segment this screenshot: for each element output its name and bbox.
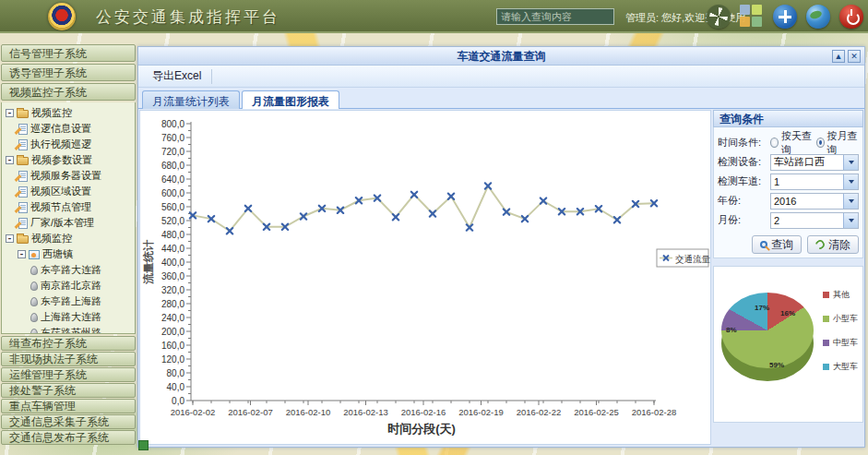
- svg-text:520,0: 520,0: [161, 216, 184, 226]
- radio-label: 按天查询: [781, 129, 813, 157]
- pie-value-label: 16%: [780, 309, 795, 317]
- tree-item[interactable]: -西塘镇: [2, 246, 135, 262]
- tree-item[interactable]: 视频服务器设置: [2, 168, 135, 184]
- svg-text:560,0: 560,0: [161, 202, 184, 212]
- add-icon[interactable]: [773, 5, 797, 29]
- time-condition-label: 时间条件:: [718, 136, 770, 150]
- tree-item[interactable]: -视频监控: [2, 231, 135, 246]
- node-icon: [30, 297, 38, 306]
- export-excel-button[interactable]: 导出Excel: [144, 66, 209, 87]
- radio-by-day[interactable]: [770, 138, 779, 148]
- svg-text:交通流量: 交通流量: [675, 254, 710, 264]
- svg-text:360,0: 360,0: [161, 271, 184, 281]
- legend-swatch: [823, 340, 829, 346]
- pie-legend: 其他小型车中型车大型车: [823, 289, 858, 373]
- svg-text:680,0: 680,0: [161, 161, 184, 171]
- tree-item[interactable]: 视频节点管理: [2, 199, 135, 215]
- field-select-2[interactable]: 2016: [770, 193, 859, 210]
- chevron-down-icon[interactable]: [843, 194, 858, 209]
- tree-item[interactable]: -视频参数设置: [2, 152, 135, 168]
- legend-swatch: [823, 316, 829, 322]
- power-icon[interactable]: [839, 5, 863, 29]
- tree-item[interactable]: 东茳路苏州路: [2, 325, 135, 334]
- sidebar-item-bottom-5[interactable]: 交通信息采集子系统: [1, 414, 136, 429]
- field-select-3[interactable]: 2: [770, 212, 859, 229]
- collapse-expander-icon[interactable]: -: [6, 156, 14, 164]
- global-search-input[interactable]: [496, 8, 614, 25]
- query-button[interactable]: 查询: [752, 235, 802, 254]
- svg-text:0,0: 0,0: [172, 396, 184, 406]
- collapse-expander-icon[interactable]: -: [6, 109, 14, 117]
- tree-item[interactable]: 东亭路上海路: [2, 293, 135, 309]
- radio-by-month[interactable]: [816, 138, 825, 148]
- tree-item[interactable]: 视频区域设置: [2, 184, 135, 199]
- sidebar-item-bottom-3[interactable]: 接处警子系统: [1, 383, 136, 398]
- select-value: 车站路口西: [774, 155, 825, 169]
- refresh-icon[interactable]: [707, 5, 731, 29]
- field-select-0[interactable]: 车站路口西: [770, 154, 859, 171]
- tree-item-label: 视频服务器设置: [30, 169, 101, 183]
- svg-text:时间分段(天): 时间分段(天): [387, 422, 456, 436]
- tree-item-label: 视频监控: [31, 106, 72, 120]
- tree-item-label: 视频参数设置: [31, 153, 92, 167]
- tree-item-label: 南京路北京路: [41, 279, 101, 293]
- select-value: 2016: [774, 196, 796, 207]
- svg-text:720,0: 720,0: [161, 147, 184, 157]
- sidebar-item-bottom-1[interactable]: 非现场执法子系统: [1, 352, 136, 366]
- sidebar-item-bottom-4[interactable]: 重点车辆管理: [1, 399, 136, 413]
- tree-item-label: 西塘镇: [42, 247, 73, 261]
- svg-text:160,0: 160,0: [161, 341, 184, 351]
- legend-label: 小型车: [833, 313, 858, 325]
- chevron-down-icon[interactable]: [843, 155, 858, 170]
- sidebar: 信号管理子系统诱导管理子系统视频监控子系统 -视频监控巡逻信息设置执行视频巡逻-…: [1, 44, 136, 455]
- sidebar-accordion-bottom: 缉查布控子系统非现场执法子系统运维管理子系统接处警子系统重点车辆管理交通信息采集…: [1, 336, 136, 445]
- sidebar-item-bottom-0[interactable]: 缉查布控子系统: [1, 336, 136, 351]
- tree-item[interactable]: 执行视频巡逻: [2, 137, 135, 152]
- svg-text:2016-02-19: 2016-02-19: [458, 407, 504, 417]
- tree-item-label: 厂家/版本管理: [30, 216, 94, 230]
- page-icon: [18, 202, 28, 213]
- apps-icon[interactable]: [740, 5, 764, 29]
- globe-icon[interactable]: [806, 5, 830, 29]
- svg-text:2016-02-25: 2016-02-25: [574, 407, 619, 417]
- collapse-expander-icon[interactable]: -: [6, 234, 14, 243]
- tree-item[interactable]: 南京路北京路: [2, 278, 135, 293]
- sidebar-item-2[interactable]: 视频监控子系统: [1, 83, 136, 101]
- tree-item-label: 视频区域设置: [30, 185, 91, 198]
- tree-item-label: 视频监控: [31, 232, 72, 245]
- query-form: 时间条件: 按天查询按月查询 检测设备:车站路口西检测车道:1年份:2016月份…: [713, 127, 863, 258]
- map-marker: [138, 440, 149, 450]
- page-icon: [18, 171, 28, 182]
- radio-label: 按月查询: [827, 129, 859, 157]
- tree-item[interactable]: 上海路大连路: [2, 309, 135, 325]
- tab-1[interactable]: 月流量图形报表: [242, 90, 339, 109]
- window-toolbar: 导出Excel: [138, 66, 864, 88]
- collapse-expander-icon[interactable]: -: [18, 250, 26, 258]
- tree-item[interactable]: 巡逻信息设置: [2, 121, 135, 137]
- sidebar-item-0[interactable]: 信号管理子系统: [1, 44, 136, 62]
- window-title: 车道交通流量查询: [458, 50, 546, 63]
- tree-item[interactable]: 东亭路大连路: [2, 262, 135, 278]
- tree-item-label: 视频节点管理: [30, 200, 91, 214]
- sidebar-item-1[interactable]: 诱导管理子系统: [1, 64, 136, 81]
- field-label: 检测车道:: [718, 174, 770, 188]
- chevron-down-icon[interactable]: [843, 213, 858, 228]
- close-icon[interactable]: ✕: [848, 50, 861, 63]
- query-panel: 查询条件 时间条件: 按天查询按月查询 检测设备:车站路口西检测车道:1年份:2…: [713, 110, 863, 446]
- pie-value-label: 59%: [769, 361, 784, 369]
- query-window: 车道交通流量查询 ▲ ✕ 导出Excel 月流量统计列表月流量图形报表 0,04…: [137, 46, 865, 448]
- chevron-down-icon[interactable]: [843, 174, 858, 189]
- tree-item[interactable]: 厂家/版本管理: [2, 215, 135, 231]
- sidebar-item-bottom-2[interactable]: 运维管理子系统: [1, 367, 136, 382]
- collapse-icon[interactable]: ▲: [832, 50, 845, 63]
- search-icon: [760, 241, 767, 248]
- tree-item[interactable]: -视频监控: [2, 105, 135, 121]
- nav-tree: -视频监控巡逻信息设置执行视频巡逻-视频参数设置视频服务器设置视频区域设置视频节…: [1, 102, 136, 334]
- app-title: 公安交通集成指挥平台: [96, 6, 280, 28]
- radio-group: 按天查询按月查询: [770, 129, 859, 157]
- field-select-1[interactable]: 1: [770, 174, 859, 190]
- pie-value-label: 17%: [755, 304, 769, 312]
- sidebar-item-bottom-6[interactable]: 交通信息发布子系统: [1, 430, 136, 445]
- clear-button[interactable]: 清除: [807, 235, 859, 254]
- tab-0[interactable]: 月流量统计列表: [142, 90, 240, 109]
